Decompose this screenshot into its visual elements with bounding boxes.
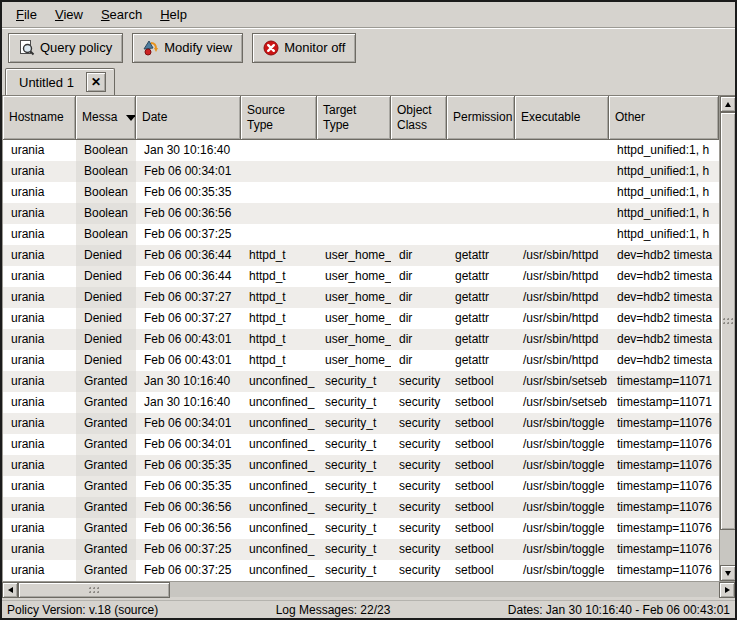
cell-source_type: httpd_t xyxy=(241,308,317,329)
table-row[interactable]: uraniaGrantedFeb 06 00:37:25unconfined_s… xyxy=(3,539,719,560)
cell-other: timestamp=11076 xyxy=(609,476,719,497)
column-header-hostname[interactable]: Hostname xyxy=(3,96,76,140)
cell-executable: /usr/sbin/httpd xyxy=(515,245,609,266)
table-row[interactable]: uraniaBooleanFeb 06 00:35:35httpd_unifie… xyxy=(3,182,719,203)
menu-help[interactable]: Help xyxy=(151,4,196,25)
horizontal-scrollbar[interactable] xyxy=(2,581,735,597)
horizontal-scroll-thumb[interactable] xyxy=(18,582,170,598)
menu-view[interactable]: View xyxy=(46,4,92,25)
tab-close-button[interactable]: ✕ xyxy=(86,72,106,92)
cell-date: Feb 06 00:36:44 xyxy=(136,245,241,266)
menu-search[interactable]: Search xyxy=(92,4,151,25)
cell-object_class: security xyxy=(391,392,447,413)
cell-source_type xyxy=(241,182,317,203)
cell-target_type xyxy=(317,161,391,182)
table-row[interactable]: uraniaDeniedFeb 06 00:43:01httpd_tuser_h… xyxy=(3,350,719,371)
column-header-label: Executable xyxy=(521,110,580,124)
arrow-left-icon xyxy=(8,587,13,593)
cell-target_type: security_t xyxy=(317,392,391,413)
grip-dots-icon xyxy=(723,318,733,325)
cell-other: timestamp=11076 xyxy=(609,434,719,455)
cell-object_class xyxy=(391,161,447,182)
scroll-right-button[interactable] xyxy=(719,582,735,598)
cell-target_type: security_t xyxy=(317,560,391,581)
cell-object_class: dir xyxy=(391,245,447,266)
cell-source_type: unconfined_ xyxy=(241,434,317,455)
table-row[interactable]: uraniaGrantedFeb 06 00:36:56unconfined_s… xyxy=(3,518,719,539)
table-row[interactable]: uraniaDeniedFeb 06 00:37:27httpd_tuser_h… xyxy=(3,308,719,329)
table-row[interactable]: uraniaGrantedFeb 06 00:34:01unconfined_s… xyxy=(3,413,719,434)
column-header-executable[interactable]: Executable xyxy=(515,96,609,140)
scroll-down-button[interactable] xyxy=(720,565,736,581)
cell-permission: getattr xyxy=(447,287,515,308)
table-row[interactable]: uraniaGrantedFeb 06 00:36:56unconfined_s… xyxy=(3,497,719,518)
modify-view-button[interactable]: Modify view xyxy=(132,33,243,63)
cell-permission: setbool xyxy=(447,476,515,497)
cell-hostname: urania xyxy=(3,434,76,455)
table-row[interactable]: uraniaGrantedFeb 06 00:37:25unconfined_s… xyxy=(3,560,719,581)
table-row[interactable]: uraniaGrantedFeb 06 00:35:35unconfined_s… xyxy=(3,455,719,476)
cell-date: Feb 06 00:43:01 xyxy=(136,329,241,350)
column-header-target-type[interactable]: Target Type xyxy=(317,96,391,140)
cell-source_type: unconfined_ xyxy=(241,518,317,539)
menu-file[interactable]: File xyxy=(7,4,46,25)
toolbar: Query policy Modify view Monitor off xyxy=(2,28,735,66)
cell-other: timestamp=11071 xyxy=(609,392,719,413)
cell-message: Boolean xyxy=(76,140,136,161)
table-row[interactable]: uraniaBooleanJan 30 10:16:40httpd_unifie… xyxy=(3,140,719,161)
table-row[interactable]: uraniaDeniedFeb 06 00:36:44httpd_tuser_h… xyxy=(3,266,719,287)
cell-target_type: security_t xyxy=(317,413,391,434)
cell-message: Denied xyxy=(76,308,136,329)
tab-strip: Untitled 1 ✕ xyxy=(2,66,735,95)
scroll-left-button[interactable] xyxy=(2,582,18,598)
monitor-off-button[interactable]: Monitor off xyxy=(252,33,356,63)
cell-date: Feb 06 00:37:25 xyxy=(136,539,241,560)
cell-date: Feb 06 00:34:01 xyxy=(136,434,241,455)
cell-executable: /usr/sbin/toggle xyxy=(515,539,609,560)
menu-bar: File View Search Help xyxy=(2,2,735,28)
column-header-message[interactable]: Messa xyxy=(76,96,136,140)
column-header-source-type[interactable]: Source Type xyxy=(241,96,317,140)
scroll-up-button[interactable] xyxy=(720,96,736,112)
modify-view-icon xyxy=(143,40,159,56)
table-row[interactable]: uraniaDeniedFeb 06 00:36:44httpd_tuser_h… xyxy=(3,245,719,266)
tab-untitled-1[interactable]: Untitled 1 ✕ xyxy=(5,68,115,95)
cell-permission xyxy=(447,140,515,161)
cell-date: Feb 06 00:34:01 xyxy=(136,413,241,434)
cell-object_class: security xyxy=(391,371,447,392)
table-row[interactable]: uraniaGrantedJan 30 10:16:40unconfined_s… xyxy=(3,371,719,392)
policy-version-status: Policy Version: v.18 (source) xyxy=(7,603,158,617)
cell-permission: setbool xyxy=(447,455,515,476)
cell-target_type xyxy=(317,224,391,245)
table-row[interactable]: uraniaBooleanFeb 06 00:37:25httpd_unifie… xyxy=(3,224,719,245)
cell-object_class: dir xyxy=(391,266,447,287)
cell-object_class xyxy=(391,224,447,245)
table-row[interactable]: uraniaDeniedFeb 06 00:37:27httpd_tuser_h… xyxy=(3,287,719,308)
cell-message: Granted xyxy=(76,539,136,560)
cell-message: Granted xyxy=(76,455,136,476)
cell-other: timestamp=11076 xyxy=(609,518,719,539)
vertical-scrollbar[interactable] xyxy=(719,96,735,581)
column-header-date[interactable]: Date xyxy=(136,96,241,140)
cell-message: Boolean xyxy=(76,203,136,224)
cell-source_type xyxy=(241,224,317,245)
cell-message: Denied xyxy=(76,245,136,266)
cell-message: Granted xyxy=(76,371,136,392)
vertical-scroll-thumb[interactable] xyxy=(720,112,736,530)
table-row[interactable]: uraniaDeniedFeb 06 00:43:01httpd_tuser_h… xyxy=(3,329,719,350)
column-header-permission[interactable]: Permission xyxy=(447,96,515,140)
table-row[interactable]: uraniaGrantedJan 30 10:16:40unconfined_s… xyxy=(3,392,719,413)
cell-permission: getattr xyxy=(447,266,515,287)
cell-target_type: user_home_ xyxy=(317,287,391,308)
column-header-other[interactable]: Other xyxy=(609,96,719,140)
cell-object_class: security xyxy=(391,434,447,455)
column-header-object-class[interactable]: Object Class xyxy=(391,96,447,140)
table-row[interactable]: uraniaGrantedFeb 06 00:35:35unconfined_s… xyxy=(3,476,719,497)
table-row[interactable]: uraniaBooleanFeb 06 00:36:56httpd_unifie… xyxy=(3,203,719,224)
table-row[interactable]: uraniaBooleanFeb 06 00:34:01httpd_unifie… xyxy=(3,161,719,182)
column-header-label: Object Class xyxy=(397,103,440,132)
query-policy-button[interactable]: Query policy xyxy=(8,33,123,63)
cell-target_type: user_home_ xyxy=(317,266,391,287)
cell-message: Granted xyxy=(76,560,136,581)
table-row[interactable]: uraniaGrantedFeb 06 00:34:01unconfined_s… xyxy=(3,434,719,455)
